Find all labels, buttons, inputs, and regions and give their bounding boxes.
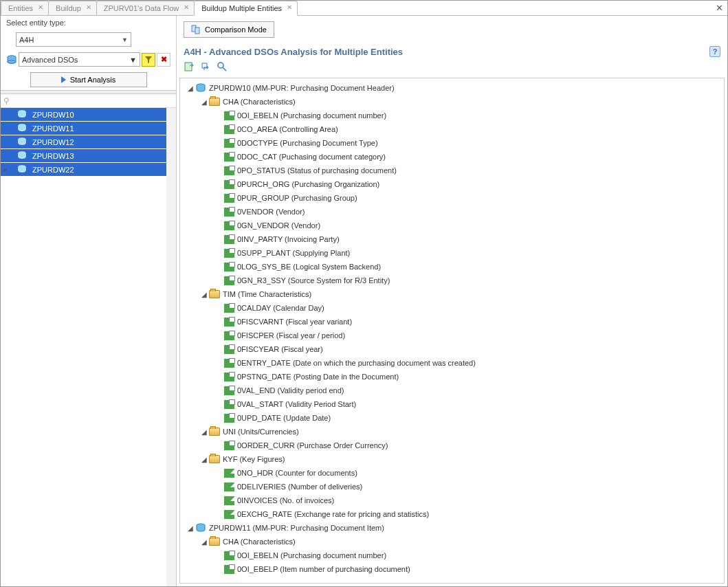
- tree-node[interactable]: 0PO_STATUS (Status of purchasing documen…: [180, 164, 724, 177]
- tree-node[interactable]: 0ORDER_CURR (Purchase Order Currency): [180, 439, 724, 452]
- characteristic-icon: [224, 139, 234, 148]
- list-filter-row[interactable]: ⚲: [1, 94, 176, 108]
- tree-node[interactable]: 0SUPP_PLANT (Supplying Plant): [180, 246, 724, 260]
- clear-filter-icon[interactable]: ✖: [157, 53, 170, 67]
- tree-node[interactable]: 0OI_EBELN (Purchasing document number): [180, 109, 724, 122]
- tab-buildup-multiple-entities[interactable]: Buildup Multiple Entities✕: [194, 1, 298, 16]
- tree-node[interactable]: ◢UNI (Units/Currencies): [180, 425, 724, 439]
- toggle-icon[interactable]: ◢: [201, 538, 208, 546]
- tree-node-label: 0CALDAY (Calendar Day): [237, 304, 324, 312]
- tree-node[interactable]: 0FISCYEAR (Fiscal year): [180, 342, 724, 356]
- tree-node[interactable]: 0NO_HDR (Counter for documents): [180, 466, 724, 480]
- folder-icon: [209, 428, 220, 436]
- tree-node[interactable]: 0EXCHG_RATE (Exchange rate for pricing a…: [180, 507, 724, 521]
- svg-rect-8: [195, 27, 199, 34]
- database-icon: [17, 165, 27, 175]
- right-toolbar: [177, 61, 727, 78]
- list-item-label: ZPURDW22: [32, 166, 74, 174]
- tree-node[interactable]: 0DELIVERIES (Number of deliveries): [180, 480, 724, 494]
- tree-node[interactable]: 0OI_EBELP (Item number of purchasing doc…: [180, 562, 724, 576]
- tab-zpurv01-s-data-flow[interactable]: ZPURV01's Data Flow✕: [96, 1, 195, 15]
- list-item[interactable]: ZPURDW12: [1, 135, 166, 149]
- toggle-icon[interactable]: ◢: [201, 98, 208, 106]
- tree-node[interactable]: 0INV_PARTY (Invoicing Party): [180, 232, 724, 246]
- characteristic-icon: [224, 551, 234, 560]
- tree-node-label: 0VAL_START (Validity Period Start): [237, 400, 356, 408]
- folder-icon: [209, 290, 220, 298]
- tree-node[interactable]: 0UPD_DATE (Update Date): [180, 411, 724, 425]
- folder-icon: [209, 538, 220, 546]
- tree-node[interactable]: 0LOG_SYS_BE (Logical System Backend): [180, 260, 724, 274]
- tree-node[interactable]: ◢ZPURDW10 (MM-PUR: Purchasing Document H…: [180, 81, 724, 95]
- play-icon: [61, 76, 66, 83]
- list-item[interactable]: ZPURDW13: [1, 149, 166, 163]
- filter-icon[interactable]: [142, 53, 155, 67]
- tree-node[interactable]: 0CO_AREA (Controlling Area): [180, 122, 724, 136]
- toggle-icon[interactable]: ◢: [187, 85, 194, 92]
- toggle-icon[interactable]: ◢: [187, 524, 194, 532]
- close-icon[interactable]: ✕: [286, 5, 293, 12]
- tree-node-label: 0GN_R3_SSY (Source System for R/3 Entity…: [237, 276, 390, 285]
- export-icon[interactable]: [184, 61, 195, 74]
- list-item[interactable]: ▸ZPURDW22: [1, 163, 166, 177]
- characteristic-icon: [224, 441, 234, 450]
- tree-node[interactable]: ◢ZPURDW11 (MM-PUR: Purchasing Document I…: [180, 521, 724, 535]
- entity-type-combo[interactable]: A4H ▼: [16, 32, 131, 47]
- close-icon[interactable]: ✕: [37, 5, 44, 12]
- toggle-icon[interactable]: ◢: [201, 456, 208, 463]
- tree-node[interactable]: 0DOC_CAT (Puchasing document category): [180, 150, 724, 164]
- tree-node[interactable]: ◢CHA (Characteristics): [180, 95, 724, 109]
- tab-entities[interactable]: Entities✕: [1, 1, 49, 15]
- close-icon[interactable]: ✕: [183, 5, 190, 12]
- close-icon[interactable]: ✕: [85, 5, 92, 12]
- tree-node-label: ZPURDW11 (MM-PUR: Purchasing Document It…: [209, 524, 384, 532]
- close-icon[interactable]: ✕: [716, 3, 723, 13]
- action-icon[interactable]: [200, 61, 211, 74]
- list-item[interactable]: ZPURDW10: [1, 108, 166, 122]
- tree-node[interactable]: 0VAL_END (Validity period end): [180, 384, 724, 397]
- help-icon[interactable]: ?: [709, 46, 720, 57]
- list-item[interactable]: ZPURDW11: [1, 122, 166, 135]
- characteristic-icon: [224, 166, 234, 175]
- tree-node[interactable]: 0FISCPER (Fiscal year / period): [180, 329, 724, 342]
- tree-node[interactable]: 0CALDAY (Calendar Day): [180, 301, 724, 315]
- database-icon: [17, 137, 27, 147]
- tree-node[interactable]: 0OI_EBELN (Purchasing document number): [180, 549, 724, 562]
- characteristic-icon: [224, 125, 234, 134]
- tree-node[interactable]: 0VENDOR (Vendor): [180, 205, 724, 219]
- tree-node[interactable]: 0GN_VENDOR (Vendor): [180, 219, 724, 232]
- tree-node-label: 0INV_PARTY (Invoicing Party): [237, 235, 340, 243]
- characteristic-icon: [224, 345, 234, 354]
- tree-node[interactable]: 0PURCH_ORG (Purchasing Organization): [180, 177, 724, 191]
- folder-icon: [209, 98, 220, 106]
- tree-node[interactable]: ◢TIM (Time Characteristics): [180, 287, 724, 301]
- scope-combo[interactable]: Advanced DSOs ▼: [19, 52, 140, 67]
- tree-node[interactable]: ◢CHA (Characteristics): [180, 535, 724, 549]
- tree-node[interactable]: 0ENTRY_DATE (Date on which the purchasin…: [180, 356, 724, 370]
- analysis-tree[interactable]: ◢ZPURDW10 (MM-PUR: Purchasing Document H…: [179, 78, 725, 584]
- tree-node[interactable]: ◢KYF (Key Figures): [180, 452, 724, 466]
- toggle-icon[interactable]: ◢: [201, 291, 208, 298]
- tree-node[interactable]: 0FISCVARNT (Fiscal year variant): [180, 315, 724, 329]
- tree-node[interactable]: 0INVOICES (No. of invoices): [180, 494, 724, 507]
- chevron-down-icon: ▼: [122, 36, 128, 43]
- tab-buildup[interactable]: Buildup✕: [48, 1, 97, 15]
- page-title: A4H - Advanced DSOs Analysis for Multipl…: [184, 47, 709, 57]
- tree-node[interactable]: 0DOCTYPE (Purchasing Document Type): [180, 136, 724, 150]
- tree-node[interactable]: 0GN_R3_SSY (Source System for R/3 Entity…: [180, 274, 724, 287]
- characteristic-icon: [224, 221, 234, 230]
- start-analysis-button[interactable]: Start Analysis: [30, 72, 147, 87]
- toggle-icon[interactable]: ◢: [201, 428, 208, 436]
- tree-node-label: KYF (Key Figures): [223, 455, 285, 463]
- tree-node-label: 0EXCHG_RATE (Exchange rate for pricing a…: [237, 510, 429, 518]
- chevron-down-icon: ▼: [129, 56, 137, 64]
- tree-node[interactable]: 0PSTNG_DATE (Posting Date in the Documen…: [180, 370, 724, 384]
- tree-node[interactable]: 0VAL_START (Validity Period Start): [180, 397, 724, 411]
- comparison-mode-button[interactable]: Comparison Mode: [184, 21, 274, 38]
- tree-node[interactable]: 0PUR_GROUP (Purchasing Group): [180, 191, 724, 205]
- tree-node-label: 0VAL_END (Validity period end): [237, 386, 344, 395]
- search-icon[interactable]: [217, 61, 228, 74]
- characteristic-icon: [224, 318, 234, 326]
- scope-value: Advanced DSOs: [22, 56, 78, 64]
- expand-icon[interactable]: ▸: [3, 165, 8, 174]
